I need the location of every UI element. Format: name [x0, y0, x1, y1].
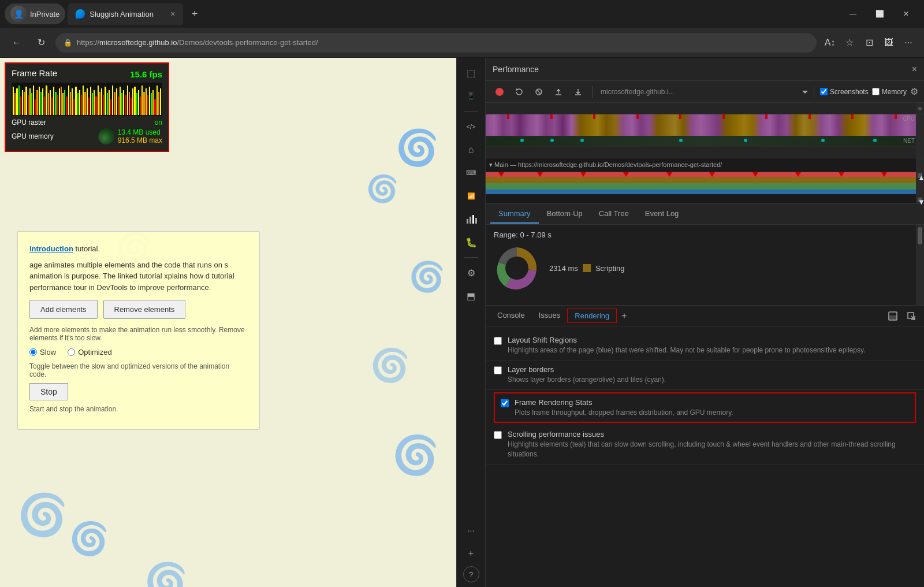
dock-button[interactable]: [885, 308, 901, 324]
reload-record-button[interactable]: [511, 84, 527, 100]
gpu-raster-label: GPU raster: [12, 118, 46, 127]
event-log-tab[interactable]: Event Log: [637, 205, 687, 224]
tab-close-button[interactable]: ×: [170, 9, 175, 18]
rendering-tab[interactable]: Rendering: [567, 309, 617, 323]
memory-checkbox[interactable]: [872, 88, 880, 95]
active-tab[interactable]: Sluggish Animation ×: [68, 3, 183, 25]
storage-icon[interactable]: ⬒: [461, 285, 482, 306]
device-emulation-icon[interactable]: 📱: [461, 86, 482, 106]
range-text: Range: 0 - 7.09 s: [494, 231, 908, 239]
tab-favicon: [76, 9, 85, 18]
url-protocol: https://: [77, 38, 99, 47]
minimize-button[interactable]: —: [840, 5, 866, 23]
timeline-scroll-top[interactable]: [916, 103, 924, 114]
issues-tab[interactable]: Issues: [532, 306, 568, 325]
cpu-label: CPU: [903, 116, 915, 122]
url-box[interactable]: 🔒 https://microsoftedge.github.io/Demos/…: [55, 33, 817, 53]
scripting-swatch: [583, 264, 591, 272]
undock-button[interactable]: [903, 308, 919, 324]
intro-link[interactable]: introduction: [29, 244, 73, 253]
frame-rendering-text: Frame Rendering Stats Plots frame throug…: [515, 398, 909, 418]
frame-rendering-item: Frame Rendering Stats Plots frame throug…: [494, 392, 916, 423]
profile-avatar: 👤: [10, 6, 27, 22]
devtools-header: Performance ×: [486, 58, 924, 81]
fps-value: 15.6 fps: [130, 69, 162, 79]
help-icon[interactable]: ?: [463, 566, 479, 582]
settings-icon[interactable]: ⚙: [461, 262, 482, 283]
svg-line-7: [537, 90, 541, 94]
inspect-tool-icon[interactable]: ⬚: [461, 62, 482, 83]
browser-chrome: 👤 InPrivate Sluggish Animation × + — ⬜ ✕…: [0, 0, 924, 58]
url-domain: microsoftedge.github.io: [99, 38, 177, 47]
close-button[interactable]: ✕: [893, 5, 919, 23]
frame-rendering-title: Frame Rendering Stats: [515, 398, 909, 407]
record-button[interactable]: [491, 84, 508, 100]
screenshots-checkbox[interactable]: [820, 88, 828, 95]
restore-button[interactable]: ⬜: [866, 5, 893, 23]
layout-shift-title: Layout Shift Regions: [508, 336, 916, 344]
profile-button[interactable]: 👤 InPrivate: [5, 3, 65, 24]
layer-borders-text: Layer borders Shows layer borders (orang…: [508, 365, 916, 385]
scrolling-perf-desc: Highlights elements (teal) that can slow…: [508, 440, 916, 459]
radio-group: Slow Optimized: [29, 348, 248, 356]
frame-rate-overlay: Frame Rate 15.6 fps GPU raster on GPU me…: [5, 62, 169, 152]
upload-button[interactable]: [550, 84, 567, 100]
add-elements-button[interactable]: Add elements: [29, 300, 98, 319]
home-icon[interactable]: ⌂: [461, 139, 482, 160]
url-text: https://microsoftedge.github.io/Demos/de…: [77, 38, 808, 47]
clear-button[interactable]: [531, 84, 547, 100]
bottom-up-tab[interactable]: Bottom-Up: [539, 205, 591, 224]
remove-elements-button[interactable]: Remove elements: [103, 300, 186, 319]
scroll-up-arrow[interactable]: ▲: [918, 173, 922, 178]
add-tab-icon[interactable]: +: [461, 543, 482, 564]
scroll-down-arrow[interactable]: ▼: [918, 198, 922, 202]
layout-shift-checkbox[interactable]: [494, 337, 502, 345]
call-tree-tab[interactable]: Call Tree: [591, 205, 637, 224]
add-hint: Add more elements to make the animation …: [29, 326, 248, 342]
svg-rect-3: [475, 218, 477, 224]
tab-title: Sluggish Animation: [90, 10, 154, 18]
layer-borders-checkbox[interactable]: [494, 366, 502, 374]
radio-hint: Toggle between the slow and optimized ve…: [29, 362, 248, 378]
refresh-button[interactable]: ↻: [31, 33, 51, 53]
timeline-wrapper: 1000 ms 2000 ms 3000 ms 4000 ms 5000 ms …: [486, 103, 924, 204]
read-aloud-icon[interactable]: A↕: [821, 34, 839, 51]
main-track-label: ▾ Main — https://microsoftedge.github.io…: [489, 161, 722, 169]
bottom-devtools-tabs: Console Issues Rendering +: [486, 306, 924, 326]
more-tools-icon[interactable]: ···: [461, 520, 482, 541]
network-panel-icon[interactable]: 📶: [461, 185, 482, 206]
slow-label: Slow: [40, 348, 56, 356]
devtools-close-button[interactable]: ×: [912, 64, 917, 75]
new-tab-button[interactable]: +: [185, 5, 204, 23]
optimized-radio[interactable]: Optimized: [68, 348, 112, 356]
screenshot-icon[interactable]: 🖼: [880, 34, 897, 51]
performance-panel-icon[interactable]: [461, 209, 482, 229]
console-panel-icon[interactable]: ⌨: [461, 162, 482, 183]
svg-rect-1: [470, 217, 471, 224]
devtools-panel: Performance × microsoftedge.github.i...: [485, 58, 924, 587]
frame-rendering-checkbox[interactable]: [501, 399, 509, 407]
svg-marker-12: [576, 92, 580, 94]
memory-checkbox-label[interactable]: Memory: [872, 88, 907, 96]
slow-radio[interactable]: Slow: [29, 348, 56, 356]
more-tools-icon[interactable]: ···: [900, 34, 917, 51]
devtools-title: Performance: [493, 65, 912, 74]
screenshots-checkbox-label[interactable]: Screenshots: [820, 88, 869, 96]
slow-radio-input[interactable]: [29, 348, 37, 356]
split-screen-icon[interactable]: ⊡: [860, 34, 878, 51]
back-button[interactable]: ←: [7, 33, 27, 53]
settings-gear-button[interactable]: ⚙: [910, 86, 918, 97]
favorites-icon[interactable]: ☆: [841, 34, 858, 51]
tab-bar: 👤 InPrivate Sluggish Animation × + — ⬜ ✕: [0, 0, 924, 28]
address-bar: ← ↻ 🔒 https://microsoftedge.github.io/De…: [0, 28, 924, 58]
stop-button[interactable]: Stop: [29, 383, 68, 400]
scrolling-perf-checkbox[interactable]: [494, 431, 502, 439]
add-tab-button[interactable]: +: [617, 309, 631, 324]
console-tab[interactable]: Console: [490, 306, 532, 325]
scripting-label: Scripting: [595, 264, 625, 273]
summary-tab[interactable]: Summary: [490, 205, 539, 224]
bug-icon[interactable]: 🐛: [461, 232, 482, 252]
download-button[interactable]: [570, 84, 586, 100]
optimized-radio-input[interactable]: [68, 348, 75, 356]
elements-panel-icon[interactable]: </>: [461, 116, 482, 137]
